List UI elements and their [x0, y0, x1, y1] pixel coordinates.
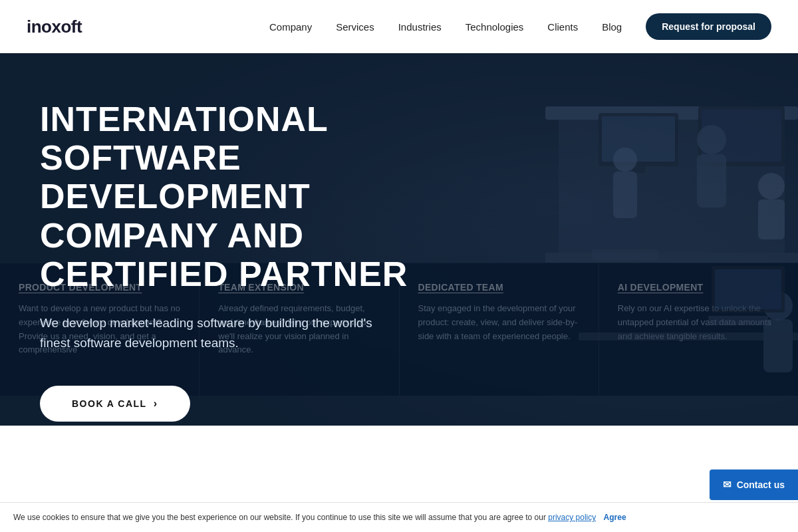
svg-rect-16	[545, 253, 798, 263]
nav: Company Services Industries Technologies…	[269, 13, 771, 40]
svg-point-9	[758, 173, 785, 200]
cookie-text: We use cookies to ensure that we give yo…	[13, 513, 785, 522]
contact-us-label: Contact us	[737, 479, 785, 490]
svg-rect-8	[697, 154, 726, 207]
cookie-agree-button[interactable]: Agree	[604, 513, 626, 522]
nav-clients[interactable]: Clients	[547, 21, 578, 33]
nav-blog[interactable]: Blog	[602, 21, 622, 33]
svg-point-14	[613, 148, 637, 172]
book-call-label: BOOK A CALL	[72, 398, 147, 409]
hero-content: INTERNATIONAL SOFTWARE DEVELOPMENT COMPA…	[0, 53, 466, 426]
book-call-button[interactable]: BOOK A CALL ›	[40, 386, 190, 422]
book-call-arrow: ›	[154, 398, 158, 410]
svg-rect-18	[715, 269, 781, 309]
envelope-icon: ✉	[723, 479, 732, 491]
request-proposal-button[interactable]: Request for proposal	[646, 13, 771, 40]
nav-technologies[interactable]: Technologies	[466, 21, 524, 33]
svg-rect-15	[613, 172, 637, 218]
nav-company[interactable]: Company	[269, 21, 312, 33]
svg-rect-10	[758, 200, 785, 239]
svg-point-7	[697, 125, 726, 154]
svg-rect-3	[602, 116, 675, 162]
hero-title: INTERNATIONAL SOFTWARE DEVELOPMENT COMPA…	[40, 100, 426, 293]
privacy-policy-link[interactable]: privacy policy	[548, 513, 596, 522]
cookie-bar: We use cookies to ensure that we give yo…	[0, 502, 798, 532]
header: inoxoft Company Services Industries Tech…	[0, 0, 798, 53]
contact-us-float[interactable]: ✉ Contact us	[710, 469, 798, 500]
svg-rect-20	[579, 332, 798, 340]
nav-services[interactable]: Services	[336, 21, 374, 33]
hero-section: INTERNATIONAL SOFTWARE DEVELOPMENT COMPA…	[0, 53, 798, 426]
logo[interactable]: inoxoft	[27, 17, 82, 37]
svg-rect-12	[763, 319, 793, 372]
nav-industries[interactable]: Industries	[398, 21, 442, 33]
hero-subtitle: We develop market-leading software by bu…	[40, 313, 386, 352]
svg-rect-19	[708, 316, 768, 325]
